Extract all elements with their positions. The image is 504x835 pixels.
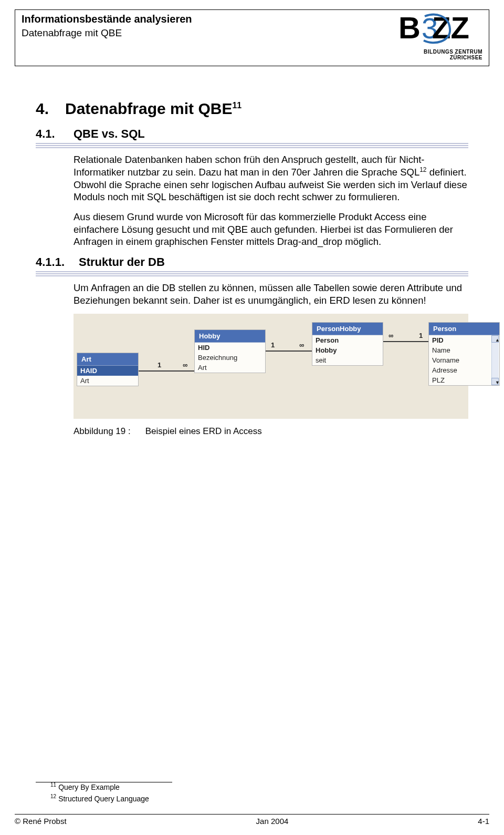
erd-field: Hobby: [312, 345, 383, 355]
erd-cardinality: 1: [158, 361, 161, 369]
header-title: Informationsbestände analysieren: [22, 13, 192, 25]
header-subtitle: Datenabfrage mit QBE: [22, 27, 192, 39]
erd-field: Art: [77, 376, 138, 386]
h1-footnote-ref: 11: [232, 101, 242, 110]
erd-field: seit: [312, 355, 383, 365]
h2a-text: QBE vs. SQL: [74, 127, 145, 141]
footnotes: 11Query By Example 12Structured Query La…: [50, 781, 149, 805]
main-content: 4. Datenabfrage mit QBE11 4.1. QBE vs. S…: [36, 100, 468, 437]
page-footer: © René Probst Jan 2004 4-1: [15, 814, 489, 826]
heading-2a: 4.1. QBE vs. SQL: [36, 127, 468, 141]
logo-caption: BILDUNGS ZENTRUM ZÜRICHSEE: [393, 49, 482, 60]
footer-right: 4-1: [478, 817, 489, 826]
divider-stack-2: [36, 271, 468, 276]
erd-header: Art: [77, 353, 138, 366]
erd-cardinality: 1: [419, 332, 423, 339]
erd-header: PersonHobby: [312, 323, 383, 335]
caption-text: Beispiel eines ERD in Access: [145, 426, 262, 437]
paragraph-1: Relationale Datenbanken haben schon früh…: [74, 153, 468, 203]
footnote-ref-12: 12: [419, 166, 426, 173]
erd-field: Art: [195, 363, 265, 373]
erd-cardinality: 1: [271, 341, 275, 349]
footer-center: Jan 2004: [256, 817, 289, 826]
heading-1: 4. Datenabfrage mit QBE11: [36, 100, 468, 118]
footnote-12: 12Structured Query Language: [50, 792, 149, 805]
scroll-track: [491, 343, 499, 378]
caption-label: Abbildung 19 :: [74, 426, 131, 437]
h1-number: 4.: [36, 100, 65, 118]
footer-left: © René Probst: [15, 817, 67, 826]
erd-field: Vorname: [429, 355, 492, 365]
erd-field: PID: [429, 335, 492, 345]
h1-text: Datenabfrage mit QBE11: [65, 100, 242, 118]
erd-cardinality: ∞: [299, 341, 304, 349]
erd-table-personhobby: PersonHobby Person Hobby seit: [312, 322, 383, 366]
erd-field: Adresse: [429, 365, 492, 375]
erd-header: Person: [429, 323, 499, 335]
svg-text:B: B: [398, 13, 421, 45]
erd-field: HID: [195, 343, 265, 353]
erd-figure: Art HAID Art Hobby HID Bezeichnung Art P…: [74, 314, 468, 419]
erd-relation-line: [383, 341, 428, 342]
erd-field: HAID: [77, 366, 138, 376]
scroll-up-icon: ▲: [491, 335, 499, 343]
erd-field: PLZ: [429, 375, 492, 385]
erd-field: Name: [429, 345, 492, 355]
erd-cardinality: ∞: [183, 361, 187, 369]
h2b-number: 4.1.1.: [36, 255, 79, 269]
figure-caption: Abbildung 19 : Beispiel eines ERD in Acc…: [74, 426, 468, 437]
erd-header: Hobby: [195, 330, 265, 343]
logo-block: B 3 ZZ BILDUNGS ZENTRUM ZÜRICHSEE: [393, 13, 482, 60]
page-header: Informationsbestände analysieren Datenab…: [15, 9, 489, 66]
heading-2b: 4.1.1. Struktur der DB: [36, 255, 468, 269]
erd-field: Person: [312, 335, 383, 345]
erd-table-person: Person PID Name Vorname Adresse PLZ ▲ ▼: [428, 322, 500, 386]
h2a-number: 4.1.: [36, 127, 74, 141]
divider-stack: [36, 143, 468, 148]
erd-table-hobby: Hobby HID Bezeichnung Art: [194, 329, 266, 373]
paragraph-2: Aus diesem Grund wurde von Microsoft für…: [74, 211, 468, 248]
paragraph-3: Um Anfragen an die DB stellen zu können,…: [74, 282, 468, 306]
erd-cardinality: ∞: [388, 332, 393, 339]
scroll-down-icon: ▼: [491, 378, 499, 385]
header-text-block: Informationsbestände analysieren Datenab…: [22, 13, 192, 39]
erd-relation-line: [266, 351, 312, 352]
footnote-11: 11Query By Example: [50, 781, 149, 793]
h2b-text: Struktur der DB: [79, 255, 165, 269]
erd-table-art: Art HAID Art: [77, 353, 139, 386]
erd-relation-line: [139, 370, 194, 372]
erd-field: Bezeichnung: [195, 353, 265, 363]
logo-icon: B 3 ZZ: [398, 13, 482, 47]
